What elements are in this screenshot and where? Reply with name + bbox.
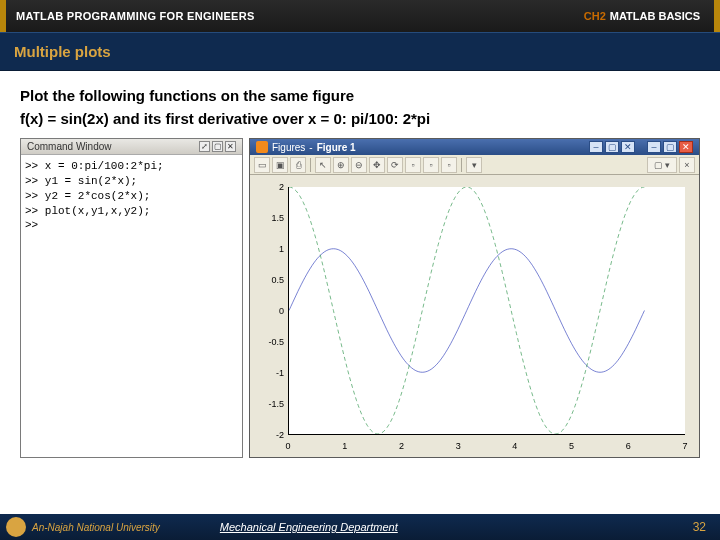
series-sin(2x): [289, 249, 644, 373]
matlab-logo-icon: [256, 141, 268, 153]
toolbar-button[interactable]: ✥: [369, 157, 385, 173]
top-bar: MATLAB PROGRAMMING FOR ENGINEERS CH2MATL…: [0, 0, 720, 32]
toolbar-button[interactable]: ▫: [405, 157, 421, 173]
y-tick-label: -1: [258, 368, 284, 378]
toolbar-button[interactable]: ↖: [315, 157, 331, 173]
x-tick-label: 2: [399, 441, 404, 451]
figure-title: Figure 1: [317, 142, 587, 153]
toolbar-separator: [310, 158, 311, 172]
y-tick-label: 0.5: [258, 275, 284, 285]
toolbar-button[interactable]: ▣: [272, 157, 288, 173]
department-name: Mechanical Engineering Department: [220, 521, 398, 533]
fig-close-button[interactable]: ✕: [679, 141, 693, 153]
y-tick-label: -1.5: [258, 399, 284, 409]
subtitle-bar: Multiple plots: [0, 32, 720, 71]
y-tick-label: -0.5: [258, 337, 284, 347]
toolbar-button[interactable]: ▾: [466, 157, 482, 173]
cmd-close-button[interactable]: ✕: [225, 141, 236, 152]
cmd-undock-button[interactable]: ⤢: [199, 141, 210, 152]
x-tick-label: 0: [285, 441, 290, 451]
university-name: An-Najah National University: [32, 522, 160, 533]
fig-close-small-button[interactable]: ✕: [621, 141, 635, 153]
top-accent-right: [714, 0, 720, 32]
fig-minimize-button[interactable]: –: [647, 141, 661, 153]
toolbar-button[interactable]: ⟳: [387, 157, 403, 173]
figure-canvas: -2-1.5-1-0.500.511.5201234567: [250, 175, 699, 457]
y-tick-label: 1: [258, 244, 284, 254]
toolbar-dropdown[interactable]: ▢ ▾: [647, 157, 677, 173]
x-tick-label: 1: [342, 441, 347, 451]
y-tick-label: 1.5: [258, 213, 284, 223]
figure-window: Figures - Figure 1 – ▢ ✕ – ▢ ✕ ▭▣⎙↖⊕⊖✥⟳▫…: [249, 138, 700, 458]
x-tick-label: 4: [512, 441, 517, 451]
university-logo-icon: [6, 517, 26, 537]
y-tick-label: 0: [258, 306, 284, 316]
fig-max-small-button[interactable]: ▢: [605, 141, 619, 153]
x-tick-label: 7: [682, 441, 687, 451]
fig-maximize-button[interactable]: ▢: [663, 141, 677, 153]
toolbar-button[interactable]: ▫: [423, 157, 439, 173]
x-tick-label: 6: [626, 441, 631, 451]
slide-body: Plot the following functions on the same…: [0, 71, 720, 472]
slide-subtitle: Multiple plots: [0, 33, 720, 70]
toolbar-button[interactable]: ▭: [254, 157, 270, 173]
toolbar-button[interactable]: ⊕: [333, 157, 349, 173]
toolbar-button[interactable]: ⎙: [290, 157, 306, 173]
page-number: 32: [693, 520, 706, 534]
figures-label: Figures: [272, 142, 305, 153]
command-window-body[interactable]: >> x = 0:pi/100:2*pi; >> y1 = sin(2*x); …: [21, 155, 242, 457]
figure-toolbar: ▭▣⎙↖⊕⊖✥⟳▫▫▫▾▢ ▾×: [250, 155, 699, 175]
screenshot-area: Command Window ⤢ ▢ ✕ >> x = 0:pi/100:2*p…: [20, 138, 700, 458]
command-window-title: Command Window: [27, 141, 197, 152]
y-tick-label: 2: [258, 182, 284, 192]
task-text: Plot the following functions on the same…: [20, 85, 700, 130]
task-line-1: Plot the following functions on the same…: [20, 87, 354, 104]
toolbar-button[interactable]: ⊖: [351, 157, 367, 173]
axes: [288, 187, 685, 435]
plot-lines: [289, 187, 685, 434]
chapter-title: CH2MATLAB BASICS: [584, 10, 714, 22]
y-tick-label: -2: [258, 430, 284, 440]
x-tick-label: 5: [569, 441, 574, 451]
fig-restore-small-button[interactable]: –: [589, 141, 603, 153]
command-window: Command Window ⤢ ▢ ✕ >> x = 0:pi/100:2*p…: [20, 138, 243, 458]
footer: An-Najah National University Mechanical …: [0, 514, 720, 540]
course-title: MATLAB PROGRAMMING FOR ENGINEERS: [6, 10, 584, 22]
x-tick-label: 3: [456, 441, 461, 451]
command-window-titlebar: Command Window ⤢ ▢ ✕: [21, 139, 242, 155]
toolbar-separator: [461, 158, 462, 172]
toolbar-pin[interactable]: ×: [679, 157, 695, 173]
toolbar-button[interactable]: ▫: [441, 157, 457, 173]
figure-titlebar: Figures - Figure 1 – ▢ ✕ – ▢ ✕: [250, 139, 699, 155]
chapter-num: CH2: [584, 10, 606, 22]
task-line-2: f(x) = sin(2x) and its first derivative …: [20, 110, 430, 127]
chapter-text: MATLAB BASICS: [610, 10, 700, 22]
cmd-maximize-button[interactable]: ▢: [212, 141, 223, 152]
